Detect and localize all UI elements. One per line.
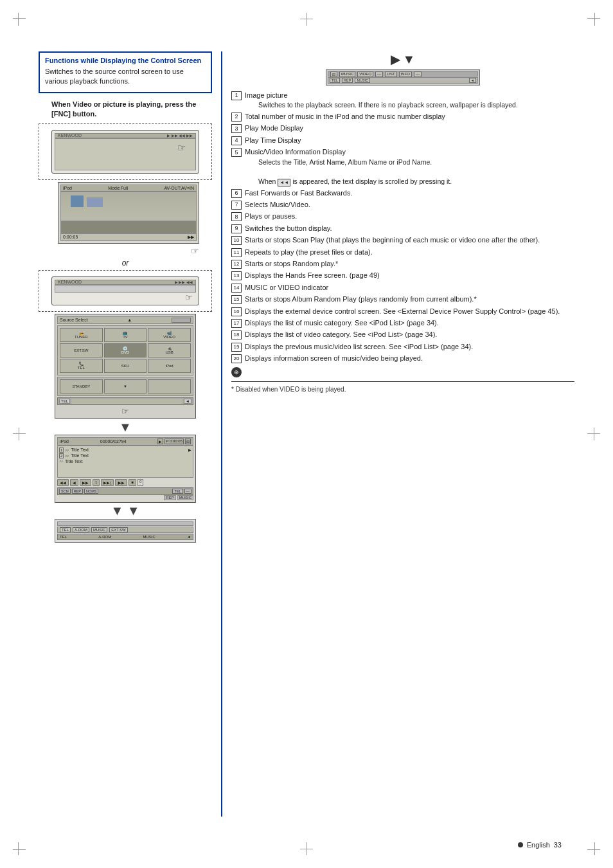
- src-bot-back: ◄: [184, 399, 191, 404]
- source-item-standby: STANDBY: [60, 379, 103, 393]
- ipod-music-label: MUSIC: [177, 495, 193, 500]
- ss-tel: TEL: [60, 527, 71, 532]
- ipod-mode: Mode:Full: [108, 186, 128, 190]
- video-icon: 📹: [167, 330, 172, 335]
- ctrl-stop[interactable]: ■: [129, 479, 136, 486]
- list-item-2: 2 Total number of music in the iPod and …: [231, 112, 574, 122]
- note-icon: ⊕: [231, 367, 242, 377]
- list-num-11: 11: [231, 248, 242, 257]
- list-text-12: Starts or stops Random play.*: [245, 259, 574, 269]
- numbered-list: 1 Image picture Switches to the playback…: [231, 91, 574, 363]
- list-num-7: 7: [231, 201, 242, 210]
- cms-bottom-bar: TEL REP MUSIC ◄: [328, 77, 478, 84]
- list-text-8: Plays or pauses.: [245, 212, 574, 221]
- ss-tel2: TEL: [60, 535, 67, 539]
- ipod-vol-label: REP: [164, 495, 175, 500]
- device-screen-inner-1: ☞: [55, 138, 196, 170]
- source-item-sku: SKU: [104, 359, 147, 373]
- list-text-15: Starts or stops Album Random Play (plays…: [245, 294, 574, 304]
- device-bar-top: KENWOOD ▶ ▶▶ ◀◀ ▶▶: [55, 133, 196, 138]
- source-item-ext: EXT.SW: [60, 343, 103, 357]
- separator-line: [231, 381, 574, 382]
- ctrl-end[interactable]: |▶▶: [115, 479, 128, 486]
- list-num-17: 17: [231, 319, 242, 328]
- ctrl-next[interactable]: ▶▶|: [101, 479, 114, 486]
- device-screen-1-container: KENWOOD ▶ ▶▶ ◀◀ ▶▶ ☞: [39, 123, 212, 180]
- track-row-3: ♪♪ Title Text: [59, 459, 191, 464]
- source-item-usb: 🔌 USB: [148, 343, 191, 357]
- track-row-1: 1 ♪♪ Title Text ▶: [59, 448, 191, 453]
- center-mark-top: [300, 13, 313, 26]
- ctrl-icon-extra: 0: [138, 479, 143, 486]
- source-item-extra: [148, 379, 191, 393]
- ipod-screen-2: iPod 00000/02794 ▶ P 0:00:05 ⊞ 1 ♪♪ Titl…: [55, 435, 196, 503]
- list-text-13: Displays the Hands Free screen. (page 49…: [245, 271, 574, 280]
- horizon-line: [61, 220, 196, 221]
- list-item-18: 18 Displays the list of video category. …: [231, 330, 574, 339]
- source-grid-bottom: STANDBY ▼: [57, 377, 193, 396]
- page-num: 33: [554, 841, 562, 849]
- down-arrow-2: ▼ ▼: [39, 504, 212, 517]
- ctrl-rew[interactable]: ◀: [70, 479, 78, 486]
- list-text-19: Displays the previous music/video list s…: [245, 342, 574, 352]
- ctrl-prev[interactable]: ◀◀: [57, 479, 69, 486]
- top-ctrl-area: ▶ ▼ ⊟ MUSIC VIDEO --- LIST INFO ---: [231, 51, 574, 87]
- cms-music-btn: MUSIC: [339, 71, 355, 77]
- ipod-vol-area: REP MUSIC: [57, 495, 193, 500]
- list-item-15: 15 Starts or stops Album Random Play (pl…: [231, 294, 574, 304]
- list-item-3: 3 Play Mode Display: [231, 123, 574, 133]
- source-item-tv: 📺 TV: [104, 328, 147, 342]
- list-num-12: 12: [231, 260, 242, 269]
- list-item-17: 17 Displays the list of music category. …: [231, 318, 574, 328]
- ss-footer: TEL A-ROM MUSIC ◄: [57, 534, 193, 540]
- ctrl-ff[interactable]: ▶▶: [80, 479, 91, 486]
- ext-label: EXT.SW: [74, 348, 88, 352]
- list-num-10: 10: [231, 236, 242, 245]
- list-num-6: 6: [231, 189, 242, 198]
- ipod-screen-1: iPod Mode:Full AV-OUT:AV=IN 0:00:05 ▶▶: [58, 182, 199, 244]
- list-item-7: 7 Selects Music/Video.: [231, 200, 574, 210]
- list-text-6: Fast Forwards or Fast Backwards.: [245, 188, 574, 198]
- right-column: ▶ ▼ ⊟ MUSIC VIDEO --- LIST INFO ---: [231, 51, 574, 817]
- device-screen-1: KENWOOD ▶ ▶▶ ◀◀ ▶▶ ☞: [51, 130, 199, 174]
- device-screen-2-container: KENWOOD ▶ ▶▶ ◀◀ ☞: [39, 270, 212, 312]
- dvd-icon: 💿: [123, 346, 127, 350]
- section-box: Functions while Displaying the Control S…: [39, 51, 212, 93]
- list-text-18: Displays the list of video category. See…: [245, 330, 574, 339]
- arrow-down-big: ▼: [403, 52, 416, 67]
- cms-info: INFO: [399, 71, 412, 77]
- list-num-4: 4: [231, 136, 242, 145]
- list-item-9: 9 Switches the button display.: [231, 224, 574, 233]
- cms-list: LIST: [385, 71, 397, 77]
- list-num-13: 13: [231, 271, 242, 280]
- ss-vol: ◄: [187, 535, 191, 539]
- list-item-19: 19 Displays the previous music/video lis…: [231, 342, 574, 352]
- list-num-2: 2: [231, 113, 242, 122]
- source-item-dvd: 💿 DVD: [104, 343, 147, 357]
- tv-icon: 📺: [123, 330, 127, 335]
- tuner-icon: 📻: [79, 330, 84, 335]
- track-num-2: 2: [59, 453, 64, 458]
- usb-label: USB: [165, 350, 173, 354]
- ipod-icons-right: ▶ P 0:00:05 ⊞: [157, 439, 191, 444]
- list-text-11: Repeats to play (the preset files or dat…: [245, 248, 574, 257]
- list-item-14: 14 MUSIC or VIDEO indicator: [231, 283, 574, 293]
- cms-rep: REP: [342, 78, 353, 83]
- ipod-progress: ▶▶: [188, 235, 194, 240]
- top-arrows: ▶ ▼: [391, 51, 416, 67]
- list-num-18: 18: [231, 330, 242, 339]
- list-num-19: 19: [231, 343, 242, 352]
- bb-spacer: [100, 489, 171, 494]
- ctrl-mini-screen: ⊟ MUSIC VIDEO --- LIST INFO --- TEL REP …: [326, 69, 480, 86]
- ipod-src-label: iPod: [166, 364, 173, 368]
- tuner-label: TUNER: [75, 335, 88, 339]
- list-num-9: 9: [231, 224, 242, 233]
- source-icon-1: [172, 318, 191, 323]
- tel-label: TEL: [78, 366, 85, 370]
- or-label: or: [39, 258, 212, 267]
- source-top-bar: Source Select ▲: [57, 316, 193, 324]
- source-item-ipod: iPod: [148, 359, 191, 373]
- track-icon-3: ♪♪: [59, 459, 63, 463]
- ssbar-labels: TEL A-ROM MUSIC EXT.SW: [57, 527, 193, 533]
- hand-cursor-2: ☞: [45, 246, 212, 256]
